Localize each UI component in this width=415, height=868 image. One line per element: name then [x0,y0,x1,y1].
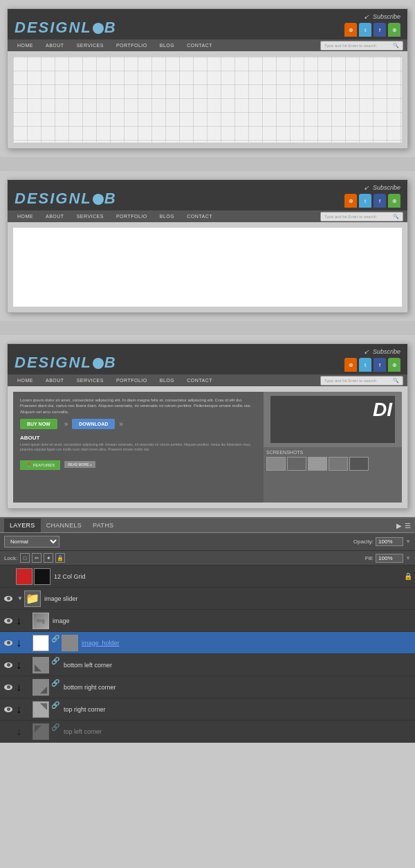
fill-stepper-icon[interactable]: ▼ [405,555,411,561]
opacity-label: Opacity: [353,539,374,545]
eye-icon-image-holder [4,640,12,646]
layer-row-top-left[interactable]: ↓ 🔗 top left corner [0,721,415,743]
tab-channels[interactable]: CHANNELS [41,518,87,532]
eye-inner-bottom-right [7,685,10,689]
subscribe-link-1[interactable]: ↙ Subscribe [364,13,400,20]
lock-all-icon[interactable]: 🔒 [55,553,65,563]
facebook-icon-3[interactable]: f [374,358,386,372]
buy-now-button[interactable]: BUY NOW [20,419,57,429]
opacity-stepper-icon[interactable]: ▼ [405,539,411,545]
nav-contact-3[interactable]: CONTACT [181,374,218,386]
eye-inner-bottom-left [7,663,10,667]
screenshots-grid [266,457,399,471]
rss-icon-3[interactable]: ⊕ [344,358,357,372]
layer-row-bottom-right[interactable]: ↓ 🔗 bottom right corner [0,676,415,698]
layer-visible-image-holder[interactable] [3,638,14,649]
social-green-icon-2[interactable]: ⊕ [388,194,400,208]
nav-contact-1[interactable]: CONTACT [181,39,218,51]
panel-icon-right[interactable]: ▶ [396,522,402,530]
layer-expand-bottom-right[interactable] [24,683,33,691]
logo-circle-1 [93,23,104,34]
site-nav-1: HOME ABOUT SERVICES PORTFOLIO BLOG CONTA… [8,39,407,51]
subscribe-link-2[interactable]: ↙ Subscribe [364,184,400,191]
nav-portfolio-3[interactable]: PORTFOLIO [111,374,153,386]
layer-row-image-holder[interactable]: ↓ 🔗 image_holder [0,632,415,654]
chain-icon-top-right: 🔗 [51,701,59,718]
layer-row-12col[interactable]: 12 Col Grid 🔒 [0,566,415,588]
twitter-icon-2[interactable]: t [359,194,371,208]
lock-transparent-icon[interactable]: □ [20,553,30,563]
btn-separator-icon-2: » [119,420,123,428]
features-row: 📍 FEATURES READ MORE » [20,456,257,470]
nav-portfolio-1[interactable]: PORTFOLIO [111,39,153,51]
opacity-value[interactable]: 100% [376,537,403,546]
eye-icon-image-slider [4,596,12,602]
facebook-icon-1[interactable]: f [374,23,386,37]
search-bar-3[interactable]: Type and hit Enter to search 🔍 [320,376,403,386]
nav-home-3[interactable]: HOME [12,374,39,386]
layer-row-bottom-left[interactable]: ↓ 🔗 bottom left corner [0,654,415,676]
layer-visible-12col[interactable] [3,571,14,582]
layer-visible-image-slider[interactable] [3,593,14,604]
layer-visible-top-left[interactable] [3,726,14,737]
rss-icon-1[interactable]: ⊕ [344,23,357,37]
search-bar-2[interactable]: Type and hit Enter to search 🔍 [320,212,403,221]
nav-blog-1[interactable]: BLOG [154,39,180,51]
nav-home-2[interactable]: HOME [12,210,39,222]
read-more-button[interactable]: READ MORE » [64,461,95,468]
download-button[interactable]: DOWNLOAD [72,419,115,429]
features-label: FEATURES [33,463,55,467]
pin-icon: 📍 [26,462,32,467]
header-right-2: ↙ Subscribe ⊕ t f ⊕ [344,184,400,210]
layer-name-image: image [53,617,412,624]
layers-controls-row: Normal Opacity: 100% ▼ [0,533,415,551]
tab-layers[interactable]: LAYERS [4,518,41,532]
blend-mode-select[interactable]: Normal [4,536,59,548]
layer-row-image-slider[interactable]: ▼ 📁 image slider [0,588,415,610]
nav-services-3[interactable]: SERVICES [71,374,109,386]
subscribe-link-3[interactable]: ↙ Subscribe [364,348,400,355]
layer-thumbs-top-right: 🔗 [33,701,60,718]
nav-services-1[interactable]: SERVICES [71,39,109,51]
layer-expand-top-left[interactable] [24,727,33,736]
search-placeholder-1: Type and hit Enter to search [324,44,376,48]
rss-icon-2[interactable]: ⊕ [344,194,357,208]
layer-visible-image[interactable] [3,615,14,626]
layer-visible-top-right[interactable] [3,704,14,715]
nav-services-2[interactable]: SERVICES [71,210,109,222]
tab-paths[interactable]: PATHS [87,518,119,532]
layer-expand-image-slider[interactable]: ▼ [16,595,24,603]
layer-expand-top-right[interactable] [24,705,33,714]
panel-icon-menu[interactable]: ☰ [405,522,411,530]
lock-label: Lock: [4,555,17,561]
social-green-icon-3[interactable]: ⊕ [388,358,400,372]
nav-blog-2[interactable]: BLOG [154,210,180,222]
social-green-icon-1[interactable]: ⊕ [388,23,400,37]
search-bar-1[interactable]: Type and hit Enter to search 🔍 [320,41,403,51]
layer-expand-image-holder[interactable] [24,639,33,647]
eye-inner-image [7,619,10,622]
nav-home-1[interactable]: HOME [12,39,39,51]
nav-about-1[interactable]: ABOUT [40,39,70,51]
layer-row-top-right[interactable]: ↓ 🔗 top right corner [0,698,415,721]
site-nav-2: HOME ABOUT SERVICES PORTFOLIO BLOG CONTA… [8,210,407,222]
facebook-icon-2[interactable]: f [374,194,386,208]
layer-visible-bottom-left[interactable] [3,660,14,671]
layer-visible-bottom-right[interactable] [3,682,14,693]
features-badge: 📍 FEATURES [20,460,60,470]
nav-about-2[interactable]: ABOUT [40,210,70,222]
layer-row-image[interactable]: ↓ img image [0,610,415,632]
nav-about-3[interactable]: ABOUT [40,374,70,386]
layer-expand-bottom-left[interactable] [24,661,33,669]
layer-thumb-top-left [33,723,49,740]
layer-expand-image[interactable] [24,617,33,625]
eye-icon-image [4,618,12,624]
nav-portfolio-2[interactable]: PORTFOLIO [111,210,153,222]
fill-value[interactable]: 100% [376,554,403,563]
twitter-icon-1[interactable]: t [359,23,371,37]
lock-paint-icon[interactable]: ✏ [32,553,42,563]
nav-blog-3[interactable]: BLOG [154,374,180,386]
nav-contact-2[interactable]: CONTACT [181,210,218,222]
twitter-icon-3[interactable]: t [359,358,371,372]
lock-position-icon[interactable]: ✦ [44,553,53,563]
